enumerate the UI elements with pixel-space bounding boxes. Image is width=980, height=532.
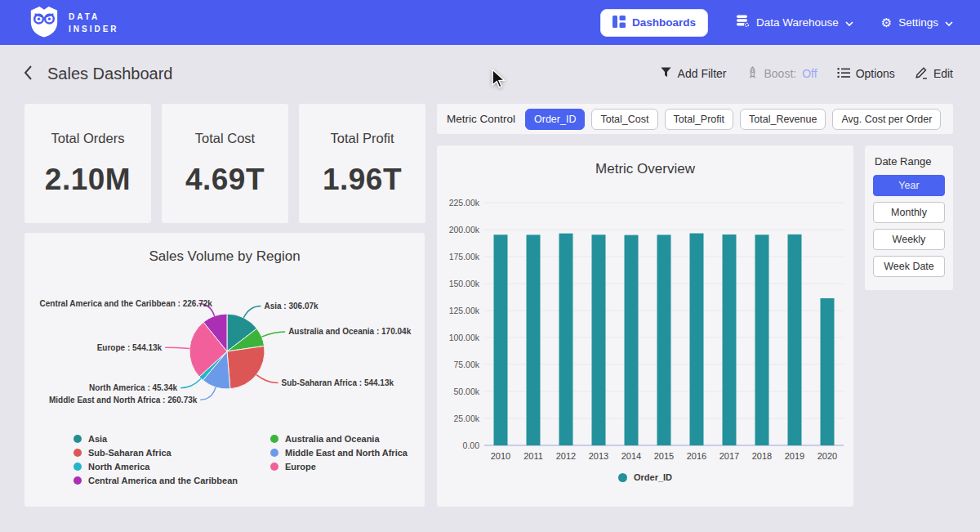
metric-control-bar: Metric Control Order_IDTotal_CostTotal_P… — [437, 104, 953, 134]
options-button[interactable]: Options — [837, 67, 895, 81]
legend-item-sub-saharan-africa[interactable]: Sub-Saharan Africa — [74, 448, 238, 458]
date-range-panel: Date Range YearMonthlyWeeklyWeek Date — [865, 145, 953, 290]
dashboards-button[interactable]: Dashboards — [600, 9, 708, 37]
date-range-option-weekly[interactable]: Weekly — [873, 229, 945, 250]
metric-option-order-id[interactable]: Order_ID — [525, 109, 585, 130]
pie-label: North America : 45.34k — [89, 383, 177, 392]
x-axis-label: 2017 — [719, 451, 739, 461]
legend-item-europe[interactable]: Europe — [270, 462, 408, 472]
pie-label: Europe : 544.13k — [97, 343, 163, 352]
chevron-down-icon — [945, 16, 953, 29]
brand-text: DATA INSIDER — [69, 11, 119, 35]
legend-column: AsiaSub-Saharan AfricaNorth AmericaCentr… — [74, 434, 238, 485]
kpi-card: Total Cost4.69T — [162, 104, 288, 223]
metric-control-label: Metric Control — [447, 113, 515, 125]
metric-option-total-profit[interactable]: Total_Profit — [665, 109, 734, 130]
pencil-icon — [915, 65, 928, 82]
legend-dot — [270, 435, 278, 443]
sales-dashboard-app: DATA INSIDER Dashboards — [0, 0, 980, 532]
kpi-card: Total Orders2.10M — [24, 104, 151, 223]
bar-2011[interactable] — [527, 235, 541, 445]
y-axis-tick: 150.00k — [449, 279, 480, 288]
kpi-value: 4.69T — [185, 163, 265, 197]
legend-dot — [74, 449, 82, 457]
legend-item-australia-and-oceania[interactable]: Australia and Oceania — [270, 434, 408, 444]
settings-label: Settings — [898, 16, 938, 29]
navbar-right: Dashboards Data Warehouse — [600, 9, 953, 37]
boost-label: Boost: — [764, 67, 797, 80]
x-axis-label: 2019 — [785, 451, 804, 461]
legend-label: North America — [88, 462, 149, 472]
bar-2010[interactable] — [494, 235, 508, 445]
legend-label: Europe — [285, 462, 316, 472]
y-axis-tick: 125.00k — [449, 306, 480, 315]
x-axis-label: 2013 — [589, 451, 608, 461]
pie-legend: AsiaSub-Saharan AfricaNorth AmericaCentr… — [74, 434, 408, 485]
date-range-option-week-date[interactable]: Week Date — [873, 256, 945, 277]
legend-label: Central America and the Caribbean — [88, 476, 238, 485]
kpi-value: 2.10M — [45, 163, 131, 197]
kpi-label: Total Cost — [195, 131, 255, 146]
bar-2012[interactable] — [559, 234, 573, 445]
legend-dot — [74, 463, 82, 471]
pie-chart[interactable]: Asia : 306.07kAustralia and Oceania : 17… — [24, 267, 425, 431]
x-axis-label: 2018 — [752, 451, 772, 461]
filter-funnel-icon — [660, 66, 672, 81]
bar-2015[interactable] — [657, 235, 671, 445]
legend-item-middle-east-and-north-africa[interactable]: Middle East and North Africa — [270, 448, 408, 458]
boost-toggle[interactable]: Boost: Off — [746, 66, 817, 82]
pie-label: Central America and the Caribbean : 226.… — [40, 299, 213, 308]
x-axis-label: 2014 — [621, 451, 641, 461]
kpi-label: Total Orders — [51, 131, 125, 146]
brand-logo[interactable]: DATA INSIDER — [29, 5, 119, 41]
metric-option-total-revenue[interactable]: Total_Revenue — [740, 109, 826, 130]
dashboards-label: Dashboards — [632, 16, 696, 29]
chevron-down-icon — [845, 16, 853, 29]
legend-item-north-america[interactable]: North America — [74, 462, 238, 472]
pie-label: Sub-Saharan Africa : 544.13k — [282, 378, 394, 387]
bar-2014[interactable] — [625, 235, 639, 445]
rocket-icon — [746, 66, 759, 82]
legend-column: Australia and OceaniaMiddle East and Nor… — [270, 434, 408, 485]
legend-item-asia[interactable]: Asia — [74, 434, 238, 444]
boost-value: Off — [802, 67, 817, 80]
metric-option-avg-cost-per-order[interactable]: Avg. Cost per Order — [832, 109, 941, 130]
legend-label: Order_ID — [634, 472, 672, 482]
legend-item-central-america-and-the-caribbean[interactable]: Central America and the Caribbean — [74, 476, 238, 485]
bar-2020[interactable] — [821, 298, 835, 445]
legend-label: Sub-Saharan Africa — [88, 448, 172, 458]
date-range-option-year[interactable]: Year — [873, 175, 945, 196]
date-range-option-monthly[interactable]: Monthly — [873, 202, 945, 223]
top-navbar: DATA INSIDER Dashboards — [0, 0, 980, 45]
pie-chart-title: Sales Volume by Region — [24, 233, 425, 265]
pie-label: Asia : 306.07k — [264, 302, 318, 311]
header-actions: Add Filter Boost: Off — [660, 65, 953, 82]
list-icon — [837, 67, 850, 81]
bar-chart-legend: Order_ID — [437, 472, 853, 482]
bar-2019[interactable] — [788, 235, 802, 445]
pie-label: Middle East and North Africa : 260.73k — [49, 396, 198, 405]
x-axis-label: 2012 — [556, 451, 576, 461]
metric-option-total-cost[interactable]: Total_Cost — [591, 109, 657, 130]
settings-menu[interactable]: ⚙ Settings — [881, 16, 953, 29]
legend-dot — [74, 476, 82, 485]
y-axis-tick: 175.00k — [449, 252, 480, 262]
x-axis-label: 2016 — [687, 451, 706, 461]
bar-2017[interactable] — [723, 235, 737, 445]
bar-2018[interactable] — [755, 235, 769, 445]
bar-chart[interactable]: 0.0025.00k50.00k75.00k100.00k125.00k150.… — [437, 182, 853, 470]
y-axis-tick: 75.00k — [453, 360, 479, 369]
legend-item-order_id[interactable]: Order_ID — [618, 472, 672, 482]
data-warehouse-menu[interactable]: Data Warehouse — [736, 15, 853, 30]
gear-icon: ⚙ — [881, 16, 892, 29]
bar-2016[interactable] — [690, 233, 704, 445]
legend-dot — [270, 449, 278, 457]
pie-slice-sub-saharan-africa[interactable] — [227, 346, 265, 388]
edit-button[interactable]: Edit — [915, 65, 953, 82]
legend-label: Australia and Oceania — [285, 434, 380, 444]
bar-2013[interactable] — [592, 235, 606, 445]
bar-chart-title: Metric Overview — [437, 145, 853, 177]
back-button[interactable] — [23, 65, 33, 83]
y-axis-tick: 100.00k — [449, 333, 480, 342]
add-filter-button[interactable]: Add Filter — [660, 66, 727, 81]
